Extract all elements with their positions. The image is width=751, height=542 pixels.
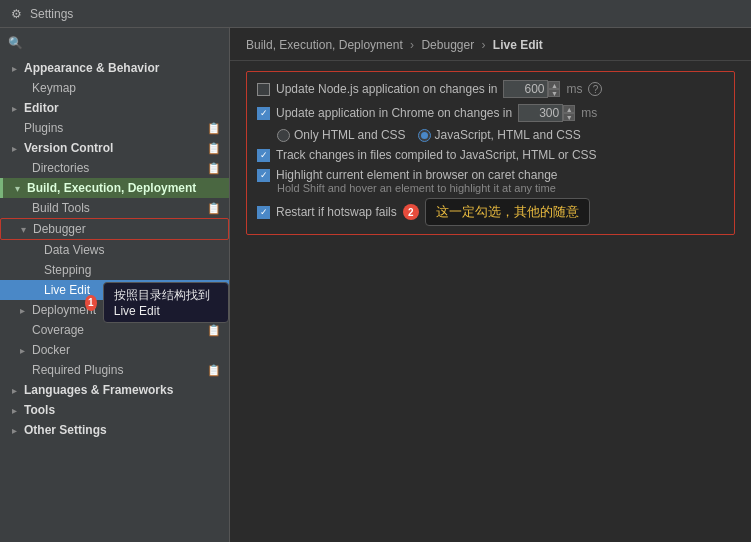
chrome-spin-up[interactable]: ▲ [563,105,575,113]
copy-icon: 📋 [207,364,221,377]
chrome-value-group: ▲ ▼ [518,104,575,122]
chevron-down-icon: ▾ [15,183,27,194]
sidebar-item-appearance[interactable]: ▸ Appearance & Behavior [0,58,229,78]
checkbox-chrome[interactable] [257,107,270,120]
title-bar: ⚙ Settings [0,0,751,28]
nodejs-unit: ms [566,82,582,96]
chrome-unit: ms [581,106,597,120]
radio-group-html: Only HTML and CSS JavaScript, HTML and C… [257,128,724,142]
breadcrumb-part-3: Live Edit [493,38,543,52]
copy-icon: 📋 [207,324,221,337]
tooltip-1: 按照目录结构找到Live Edit [103,282,229,323]
radio-dot-html-css [277,129,290,142]
sidebar-item-build-execution[interactable]: ▾ Build, Execution, Deployment [0,178,229,198]
breadcrumb-sep-2: › [482,38,489,52]
copy-icon: 📋 [207,122,221,135]
copy-icon: 📋 [207,202,221,215]
radio-dot-js-html-css [418,129,431,142]
nodejs-value-input[interactable] [503,80,548,98]
chevron-right-icon: ▸ [20,305,32,316]
sidebar: 🔍 ▸ Appearance & Behavior Keymap ▸ Edito… [0,28,230,542]
title-bar-text: Settings [30,7,73,21]
chevron-right-icon: ▸ [12,103,24,114]
sidebar-item-coverage[interactable]: Coverage 📋 [0,320,229,340]
badge-1: 1 [85,295,97,311]
annotation-1: 1 按照目录结构找到Live Edit [85,282,229,323]
breadcrumb-part-1: Build, Execution, Deployment [246,38,403,52]
chevron-right-icon: ▸ [12,385,24,396]
copy-icon: 📋 [207,162,221,175]
badge-2: 2 [403,204,419,220]
radio-option-js-html-css[interactable]: JavaScript, HTML and CSS [418,128,581,142]
chrome-spin-down[interactable]: ▼ [563,113,575,121]
sidebar-item-stepping[interactable]: Stepping [0,260,229,280]
settings-panel: Update Node.js application on changes in… [246,71,735,235]
sidebar-item-data-views[interactable]: Data Views [0,240,229,260]
sidebar-item-tools[interactable]: ▸ Tools [0,400,229,420]
label-chrome: Update application in Chrome on changes … [276,106,512,120]
chevron-right-icon: ▸ [12,143,24,154]
nodejs-value-group: ▲ ▼ [503,80,560,98]
checkbox-track[interactable] [257,149,270,162]
search-icon: 🔍 [8,36,23,50]
nodejs-spin-up[interactable]: ▲ [548,81,560,89]
setting-row-hotswap: Restart if hotswap fails 2 这一定勾选，其他的随意 [257,198,724,226]
radio-label-js-html-css: JavaScript, HTML and CSS [435,128,581,142]
sidebar-item-editor[interactable]: ▸ Editor [0,98,229,118]
chevron-down-icon: ▾ [21,224,33,235]
settings-icon: ⚙ [8,6,24,22]
copy-icon: 📋 [207,142,221,155]
sidebar-item-plugins[interactable]: Plugins 📋 [0,118,229,138]
breadcrumb: Build, Execution, Deployment › Debugger … [230,28,751,61]
sidebar-item-keymap[interactable]: Keymap [0,78,229,98]
content-body: Update Node.js application on changes in… [230,61,751,253]
checkbox-nodejs[interactable] [257,83,270,96]
tooltip-cn: 这一定勾选，其他的随意 [425,198,590,226]
breadcrumb-part-2: Debugger [421,38,474,52]
radio-option-html-css[interactable]: Only HTML and CSS [277,128,406,142]
label-track: Track changes in files compiled to JavaS… [276,148,597,162]
sidebar-item-build-tools[interactable]: Build Tools 📋 [0,198,229,218]
tooltip-cn-text: 这一定勾选，其他的随意 [436,203,579,221]
checkbox-hotswap[interactable] [257,206,270,219]
content-area: Build, Execution, Deployment › Debugger … [230,28,751,542]
chevron-right-icon: ▸ [12,405,24,416]
setting-row-chrome: Update application in Chrome on changes … [257,104,724,122]
label-nodejs: Update Node.js application on changes in [276,82,497,96]
chrome-spin: ▲ ▼ [563,105,575,121]
sidebar-item-debugger[interactable]: ▾ Debugger [0,218,229,240]
radio-label-html-css: Only HTML and CSS [294,128,406,142]
breadcrumb-sep-1: › [410,38,417,52]
checkbox-highlight[interactable] [257,169,270,182]
nodejs-spin-down[interactable]: ▼ [548,89,560,97]
label-highlight: Highlight current element in browser on … [276,168,557,182]
chevron-right-icon: ▸ [12,425,24,436]
sidebar-search-row: 🔍 [0,32,229,54]
sidebar-item-directories[interactable]: Directories 📋 [0,158,229,178]
sidebar-item-languages[interactable]: ▸ Languages & Frameworks [0,380,229,400]
setting-row-nodejs: Update Node.js application on changes in… [257,80,724,98]
live-edit-row: Live Edit 1 按照目录结构找到Live Edit [0,280,229,300]
chevron-right-icon: ▸ [20,345,32,356]
setting-row-highlight: Highlight current element in browser on … [257,168,724,182]
chevron-right-icon: ▸ [12,63,24,74]
chrome-value-input[interactable] [518,104,563,122]
nodejs-spin: ▲ ▼ [548,81,560,97]
sidebar-item-docker[interactable]: ▸ Docker [0,340,229,360]
setting-row-track: Track changes in files compiled to JavaS… [257,148,724,162]
sidebar-item-version-control[interactable]: ▸ Version Control 📋 [0,138,229,158]
help-icon[interactable]: ? [588,82,602,96]
label-hotswap: Restart if hotswap fails [276,205,397,219]
main-layout: 🔍 ▸ Appearance & Behavior Keymap ▸ Edito… [0,28,751,542]
hint-highlight: Hold Shift and hover an element to highl… [257,182,724,194]
sidebar-item-required-plugins[interactable]: Required Plugins 📋 [0,360,229,380]
sidebar-item-other-settings[interactable]: ▸ Other Settings [0,420,229,440]
